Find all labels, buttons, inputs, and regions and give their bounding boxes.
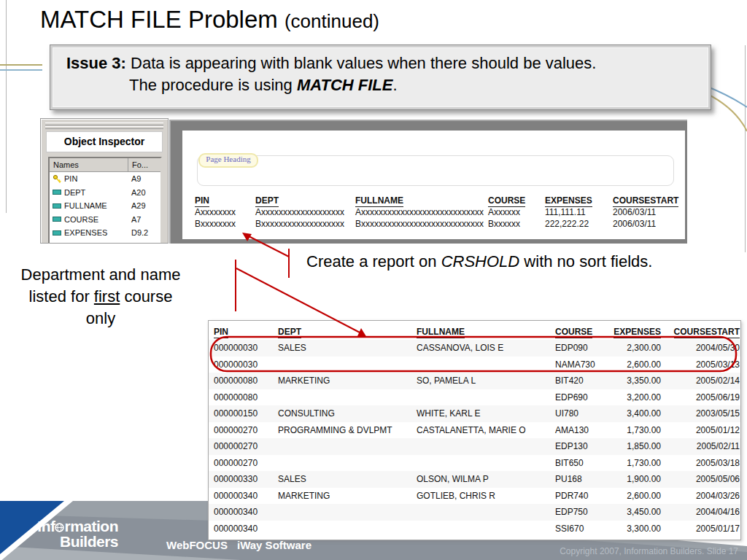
report-data-row: 000000150CONSULTINGWHITE, KARL EUI7803,4…: [209, 405, 740, 422]
dept-line2-underlined: first: [94, 287, 120, 306]
table-cell: SSI670: [555, 524, 610, 534]
report-data-row: 000000270EDP1301,850.002005/02/11: [209, 438, 740, 455]
table-cell: 2,600.00: [610, 491, 661, 501]
table-cell: 222,222.22: [545, 218, 613, 230]
column-header-label: DEPT: [255, 195, 279, 207]
table-cell: Bxxxxxx: [488, 218, 545, 230]
table-cell: CASTALANETTA, MARIE O: [417, 425, 555, 435]
column-header-label: EXPENSES: [545, 195, 592, 207]
report-data-row: 000000080MARKETINGSO, PAMELA LBIT4203,35…: [209, 373, 740, 389]
table-cell: 2005/01/12: [661, 425, 740, 435]
table-cell: 3,450.00: [610, 507, 661, 517]
column-header: DEPT: [255, 195, 355, 206]
table-cell: 2005/06/19: [661, 392, 740, 402]
issue-label: Issue 3:: [66, 54, 126, 72]
column-header-label: COURSE: [488, 195, 525, 207]
create-note-suffix: with no sort fields.: [519, 252, 652, 271]
column-header: COURSESTART: [613, 195, 686, 206]
column-header: COURSESTART: [661, 327, 740, 337]
table-cell: 3,350.00: [610, 376, 661, 386]
field-format: A9: [128, 172, 160, 185]
slide: MATCH FILE Problem (continued) Issue 3: …: [0, 0, 747, 560]
field-format: A20: [128, 186, 160, 199]
table-cell: 000000330: [209, 474, 278, 484]
table-cell: 1,900.00: [610, 474, 661, 484]
key-icon: [50, 174, 64, 184]
page-heading-area: [197, 155, 674, 186]
table-cell: 3,300.00: [610, 524, 661, 534]
report-table-body: PINDEPTFULLNAMECOURSEEXPENSESCOURSESTART…: [209, 321, 740, 540]
logo-rmation: rmation: [64, 518, 118, 534]
report-preview-page: Page Heading PINDEPTFULLNAMECOURSEEXPENS…: [182, 131, 685, 239]
field-format: A29: [128, 199, 160, 212]
table-cell: 3,200.00: [610, 392, 661, 402]
column-names: Names: [50, 158, 128, 171]
table-cell: 000000340: [209, 507, 278, 517]
table-cell: PROGRAMMING & DVLPMT: [278, 425, 417, 435]
object-inspector-panel: Object Inspector Names Fo... PINA9DEPTA2…: [40, 118, 169, 244]
table-cell: 1,730.00: [610, 458, 661, 468]
panel-grip: [45, 126, 163, 129]
table-cell: BIT650: [555, 458, 610, 468]
table-cell: 000000030: [209, 343, 278, 353]
field-icon: [50, 217, 64, 222]
issue-line2-suffix: .: [392, 76, 397, 94]
field-name: DEPT: [64, 186, 128, 199]
create-note-prefix: Create a report on: [306, 252, 441, 271]
table-cell: 2005/03/18: [661, 458, 740, 468]
preview-report-table: PINDEPTFULLNAMECOURSEEXPENSESCOURSESTART…: [195, 195, 685, 230]
table-header-row: PINDEPTFULLNAMECOURSEEXPENSESCOURSESTART: [209, 323, 740, 340]
field-format: D9.2: [128, 226, 160, 239]
column-header-label: FULLNAME: [417, 327, 465, 338]
field-name: PIN: [64, 172, 128, 185]
report-data-row: 000000270PROGRAMMING & DVLPMTCASTALANETT…: [209, 422, 740, 439]
department-note: Department and name listed for first cou…: [13, 264, 188, 330]
field-name: FULLNAME: [64, 199, 128, 212]
column-header: PIN: [195, 195, 255, 206]
table-cell: GOTLIEB, CHRIS R: [417, 491, 555, 501]
table-cell: 2004/03/26: [661, 491, 740, 501]
table-cell: CASSANOVA, LOIS E: [417, 343, 555, 353]
preview-data-row: BxxxxxxxxBxxxxxxxxxxxxxxxxxxxBxxxxxxxxxx…: [195, 218, 685, 230]
table-cell: PDR740: [555, 491, 610, 501]
field-icon: [50, 230, 64, 236]
table-cell: 000000030: [209, 359, 278, 370]
table-cell: CONSULTING: [278, 408, 417, 419]
preview-data-row: AxxxxxxxxAxxxxxxxxxxxxxxxxxxxAxxxxxxxxxx…: [195, 206, 685, 218]
column-header: PIN: [209, 327, 278, 337]
table-cell: SO, PAMELA L: [417, 376, 555, 386]
field-list: Names Fo... PINA9DEPTA20FULLNAMEA29COURS…: [48, 157, 162, 243]
logo-inf: Inf: [37, 518, 55, 534]
table-cell: EDP750: [555, 507, 610, 517]
report-data-row: 000000340EDP7503,450.002004/04/16: [209, 504, 740, 521]
table-cell: BIT420: [555, 376, 610, 386]
column-header: EXPENSES: [610, 327, 661, 337]
field-row: PINA9: [50, 172, 160, 186]
field-icon: [50, 190, 64, 195]
field-name: EXPENSES: [64, 226, 128, 239]
table-cell: 2006/03/11: [613, 206, 686, 218]
table-cell: 000000270: [209, 441, 278, 451]
column-header: FULLNAME: [417, 327, 555, 337]
table-cell: 2006/03/11: [613, 218, 686, 230]
field-rows: PINA9DEPTA20FULLNAMEA29COURSEA7EXPENSESD…: [50, 172, 160, 240]
left-border-line: [6, 0, 7, 213]
table-cell: 2004/05/30: [661, 343, 740, 353]
report-data-row: 000000030SALESCASSANOVA, LOIS EEDP0902,3…: [209, 340, 740, 357]
table-cell: 000000340: [209, 491, 278, 501]
field-list-header: Names Fo...: [50, 158, 160, 172]
table-cell: Axxxxxxxxxxxxxxxxxxx: [255, 206, 355, 218]
column-header: FULLNAME: [355, 195, 488, 206]
table-cell: 000000270: [209, 458, 278, 468]
column-header-label: PIN: [195, 195, 209, 207]
table-cell: UI780: [555, 408, 610, 419]
issue-line2-prefix: The procedure is using: [129, 76, 297, 94]
field-name: COURSE: [64, 213, 128, 226]
globe-icon: [55, 520, 64, 534]
table-cell: SALES: [278, 474, 417, 484]
object-inspector-title: Object Inspector: [46, 131, 163, 152]
title-continued: (continued): [285, 10, 379, 32]
olive-accent-line: [0, 64, 42, 66]
table-cell: 000000080: [209, 392, 278, 402]
issue-line2-emphasis: MATCH FILE: [297, 76, 393, 94]
